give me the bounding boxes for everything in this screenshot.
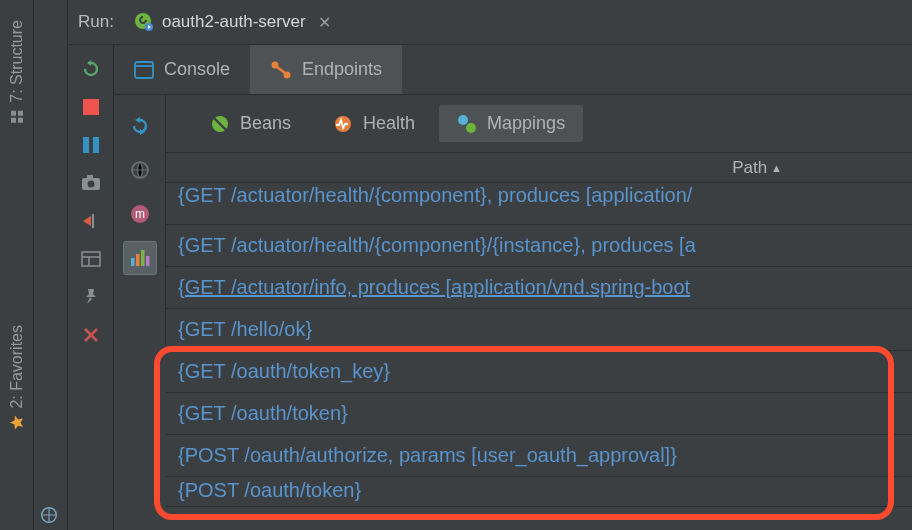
leftmost-rail: 7: Structure 2: Favorites Web — [0, 0, 34, 530]
structure-tool-window[interactable]: 7: Structure — [8, 20, 26, 125]
primary-tabs: Console Endpoints — [114, 45, 912, 95]
refresh-endpoints-button[interactable] — [123, 109, 157, 143]
layout-button[interactable] — [79, 247, 103, 271]
endpoint-source-column: m — [114, 95, 166, 345]
mapping-link[interactable]: {GET /oauth/token_key} — [178, 360, 390, 383]
sort-ascending-icon: ▲ — [771, 162, 782, 174]
table-row[interactable]: {GET /actuator/health/{component}/{insta… — [166, 225, 912, 267]
live-app-button[interactable] — [123, 153, 157, 187]
subtab-health[interactable]: Health — [315, 105, 433, 142]
run-config-tab[interactable]: oauth2-auth-server ✕ — [124, 8, 341, 36]
table-row[interactable]: {GET /oauth/token} — [166, 393, 912, 435]
pin-button[interactable] — [79, 285, 103, 309]
table-row[interactable]: {GET /oauth/token_key} — [166, 351, 912, 393]
svg-rect-20 — [131, 258, 135, 266]
svg-rect-10 — [82, 252, 100, 266]
mapping-link[interactable]: {POST /oauth/authorize, params [user_oau… — [178, 444, 677, 467]
svg-rect-6 — [93, 137, 99, 153]
subtab-health-label: Health — [363, 113, 415, 134]
path-column-header: Path — [732, 158, 767, 178]
tool-window-label: 7: Structure — [8, 20, 26, 103]
svg-rect-9 — [87, 175, 93, 179]
console-icon — [134, 61, 154, 79]
svg-rect-21 — [136, 254, 140, 266]
svg-point-8 — [87, 181, 94, 188]
svg-rect-23 — [146, 256, 150, 266]
star-icon — [9, 414, 25, 430]
table-row[interactable]: {GET /actuator/health/{component}, produ… — [166, 183, 912, 225]
pause-button[interactable] — [79, 133, 103, 157]
rerun-button[interactable] — [79, 57, 103, 81]
mapping-link[interactable]: {GET /hello/ok} — [178, 318, 312, 341]
svg-text:m: m — [135, 207, 145, 221]
stop-button[interactable] — [79, 95, 103, 119]
table-row[interactable]: {GET /actuator/info, produces [applicati… — [166, 267, 912, 309]
mapping-link[interactable]: {GET /actuator/health/{component}/{insta… — [178, 234, 696, 257]
diagram-mode-button[interactable] — [123, 241, 157, 275]
endpoint-subtabs: Beans Health Mappings — [166, 95, 912, 153]
tab-console-label: Console — [164, 59, 230, 80]
table-row[interactable]: {POST /oauth/token} — [166, 477, 912, 507]
mapping-link[interactable]: {GET /actuator/info, produces [applicati… — [178, 276, 690, 299]
subtab-mappings[interactable]: Mappings — [439, 105, 583, 142]
close-icon[interactable]: ✕ — [318, 13, 331, 32]
svg-point-27 — [466, 123, 476, 133]
subtab-beans-label: Beans — [240, 113, 291, 134]
mappings-table-header[interactable]: Path ▲ — [166, 153, 912, 183]
endpoints-icon — [270, 60, 292, 80]
mappings-list: {GET /actuator/health/{component}, produ… — [166, 183, 912, 530]
globe-corner-icon[interactable] — [40, 506, 58, 524]
close-panel-button[interactable] — [79, 323, 103, 347]
subtab-beans[interactable]: Beans — [192, 105, 309, 142]
svg-point-26 — [458, 115, 468, 125]
tab-endpoints[interactable]: Endpoints — [250, 45, 402, 94]
tab-console[interactable]: Console — [114, 45, 250, 94]
svg-rect-22 — [141, 250, 145, 266]
mapping-link[interactable]: {GET /actuator/health/{component}, produ… — [178, 184, 692, 207]
run-tool-column — [68, 45, 114, 530]
table-row[interactable]: {POST /oauth/authorize, params [user_oau… — [166, 435, 912, 477]
favorites-tool-window[interactable]: 2: Favorites — [8, 325, 26, 431]
run-config-name: oauth2-auth-server — [162, 12, 306, 32]
spring-boot-icon — [134, 12, 154, 32]
svg-rect-5 — [83, 137, 89, 153]
mappings-icon — [457, 114, 477, 134]
beans-icon — [210, 114, 230, 134]
second-rail — [34, 0, 68, 530]
run-label: Run: — [78, 12, 114, 32]
module-button[interactable]: m — [123, 197, 157, 231]
run-top-row: Run: oauth2-auth-server ✕ — [68, 0, 912, 45]
tool-window-label: 2: Favorites — [8, 325, 26, 409]
svg-rect-13 — [135, 62, 153, 78]
exit-button[interactable] — [79, 209, 103, 233]
mapping-link[interactable]: {GET /oauth/token} — [178, 402, 348, 425]
camera-dump-button[interactable] — [79, 171, 103, 195]
health-icon — [333, 114, 353, 134]
svg-rect-4 — [83, 99, 99, 115]
subtab-mappings-label: Mappings — [487, 113, 565, 134]
structure-icon — [9, 109, 25, 125]
tab-endpoints-label: Endpoints — [302, 59, 382, 80]
mapping-link[interactable]: {POST /oauth/token} — [178, 479, 361, 502]
table-row[interactable]: {GET /hello/ok} — [166, 309, 912, 351]
